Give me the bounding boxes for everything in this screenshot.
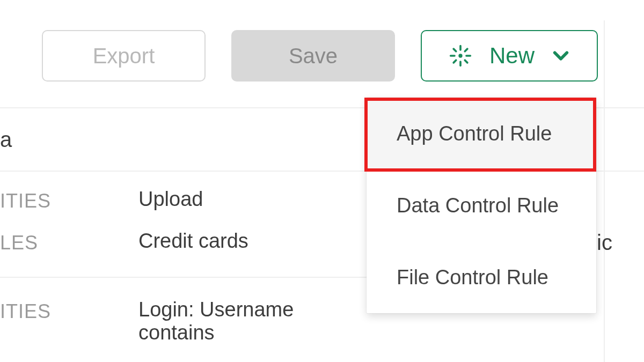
svg-line-6 [465, 60, 467, 63]
svg-line-8 [453, 60, 456, 63]
header-partial-left: a [0, 128, 12, 152]
new-dropdown: App Control Rule Data Control Rule File … [367, 98, 596, 313]
dropdown-item-app-control-rule[interactable]: App Control Rule [367, 98, 596, 169]
row-label: ITIES [0, 298, 138, 323]
dropdown-item-file-control-rule[interactable]: File Control Rule [367, 241, 596, 313]
dropdown-item-data-control-rule[interactable]: Data Control Rule [367, 169, 596, 241]
export-button[interactable]: Export [42, 30, 206, 82]
row-value: Upload [138, 188, 203, 211]
header-partial-right: ic [597, 231, 612, 255]
svg-line-5 [453, 49, 456, 51]
dropdown-item-label: Data Control Rule [397, 194, 559, 217]
save-button[interactable]: Save [231, 30, 395, 82]
new-button-label: New [489, 43, 535, 69]
row-label: ITIES [0, 188, 138, 212]
sparkle-icon [449, 44, 472, 68]
chevron-down-icon [552, 47, 570, 65]
new-button[interactable]: New [421, 30, 598, 82]
save-button-label: Save [289, 44, 338, 68]
toolbar: Export Save New [0, 0, 644, 108]
section-divider [0, 277, 369, 298]
row-label: LES [0, 230, 138, 254]
svg-line-7 [465, 49, 467, 51]
row-value: Login: Username contains [138, 298, 332, 344]
svg-point-0 [458, 54, 462, 57]
dropdown-item-label: App Control Rule [397, 122, 552, 145]
row-value: Credit cards [138, 230, 248, 253]
dropdown-item-label: File Control Rule [397, 266, 548, 289]
export-button-label: Export [93, 44, 155, 68]
